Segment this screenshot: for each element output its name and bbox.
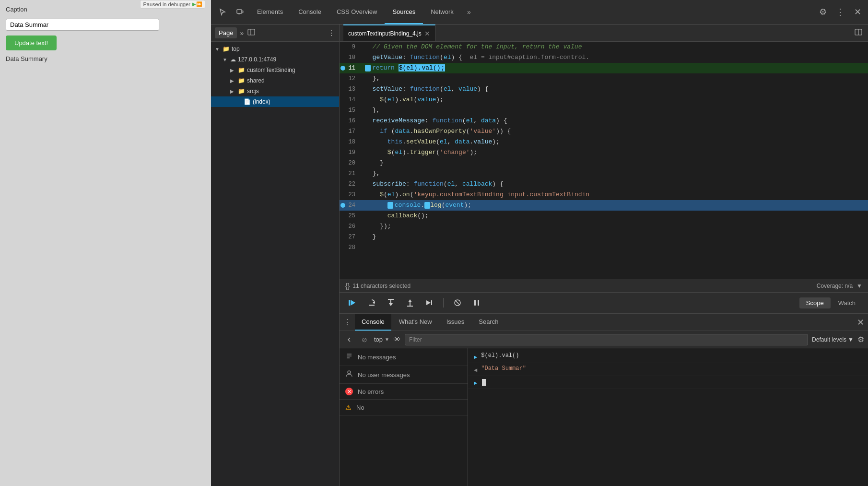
svg-rect-8 [349, 300, 350, 306]
step-out-btn[interactable] [403, 296, 417, 310]
code-line-22: 22 subscribe: function(el, callback) { [340, 179, 868, 190]
chevron-left-icon [345, 336, 353, 344]
kebab-menu-icon[interactable]: ⋮ [833, 5, 847, 19]
console-tab-search[interactable]: Search [472, 314, 505, 331]
sidebar-kebab-icon[interactable]: ⋮ [328, 28, 335, 37]
sidebar-more-icon[interactable]: » [240, 29, 244, 37]
live-expressions-icon[interactable]: 👁 [393, 335, 401, 344]
devtools-main: Page » ⋮ ▼ 📁 top [211, 24, 868, 486]
step-over-btn[interactable] [364, 296, 379, 310]
page-tab-btn[interactable]: Page [215, 27, 237, 38]
line-num-24: 24 [340, 200, 361, 211]
code-line-20: 20 } [340, 158, 868, 168]
console-tab-whats-new[interactable]: What's New [392, 314, 439, 331]
settings-icon[interactable]: ⚙ [816, 5, 830, 19]
svg-rect-3 [248, 29, 255, 35]
editor-tab-close-icon[interactable]: ✕ [424, 30, 430, 37]
code-editor[interactable]: 9 // Given the DOM element for the input… [340, 42, 868, 279]
caption-label: Caption [6, 6, 27, 13]
devtools-tabs: Elements Console CSS Overview Sources Ne… [249, 0, 814, 24]
console-output[interactable]: ▶ $(el).val() ◀ "Data Summar" ▶ [468, 348, 868, 486]
line-num-16: 16 [340, 116, 361, 126]
tree-item-server[interactable]: ▼ ☁ 127.0.0.1:4749 [211, 54, 339, 65]
device-icon-btn[interactable] [232, 4, 247, 20]
folder-icon-shared: 📁 [238, 77, 245, 84]
context-selector[interactable]: top ▼ [374, 336, 389, 343]
console-close-icon[interactable]: ✕ [857, 317, 864, 328]
tree-item-srcjs[interactable]: ▶ 📁 srcjs [211, 86, 339, 96]
tab-network[interactable]: Network [423, 0, 461, 24]
paused-badge: Paused in debugger ▶⏩ [140, 0, 205, 9]
tree-item-index[interactable]: ▶ 📄 (index) [211, 96, 339, 107]
update-text-button[interactable]: Update text! [6, 36, 57, 50]
deactivate-breakpoints-btn[interactable] [450, 296, 465, 310]
watch-tab-btn[interactable]: Watch [832, 297, 862, 308]
tree-label-custom: customTextBinding [247, 67, 295, 73]
tree-item-custom[interactable]: ▶ 📁 customTextBinding [211, 65, 339, 75]
tree-item-top[interactable]: ▼ 📁 top [211, 44, 339, 54]
caption-input[interactable] [6, 19, 159, 31]
line-content-9: // Given the DOM element for the input, … [361, 42, 868, 52]
pause-on-exceptions-btn[interactable] [469, 296, 484, 310]
context-value: top [374, 336, 383, 343]
step-icon [425, 298, 434, 307]
no-user-messages-item: No user messages [340, 366, 468, 384]
line-content-21: }, [361, 168, 868, 179]
console-tab-issues[interactable]: Issues [440, 314, 471, 331]
levels-dropdown-icon: ▼ [848, 336, 854, 343]
scroll-to-end-icon[interactable]: ▼ [856, 283, 862, 289]
line-content-24: console.log(event); [361, 200, 868, 211]
split-panel-icon [855, 28, 862, 36]
more-tabs-btn[interactable]: » [461, 4, 477, 20]
tree-item-shared[interactable]: ▶ 📁 shared [211, 75, 339, 86]
line-content-18: this.setValue(el, data.value); [361, 137, 868, 147]
resume-btn[interactable] [345, 296, 360, 310]
tree-label-server: 127.0.0.1:4749 [238, 56, 276, 63]
line-content-15: }, [361, 105, 868, 116]
filter-input[interactable] [405, 334, 808, 345]
tab-sources[interactable]: Sources [385, 0, 423, 24]
line-num-13: 13 [340, 84, 361, 95]
code-line-21: 21 }, [340, 168, 868, 179]
bottom-area: ⋮ Console What's New Issues Search ✕ [340, 313, 868, 486]
code-line-19: 19 $(el).trigger('change'); [340, 147, 868, 158]
code-line-28: 28 [340, 242, 868, 253]
no-warnings-item: ⚠ No [340, 400, 468, 415]
log-levels-select[interactable]: Default levels ▼ [812, 336, 854, 343]
block-icon[interactable]: ⊘ [359, 334, 370, 345]
close-devtools-icon[interactable]: ✕ [851, 5, 864, 19]
debug-separator-1 [443, 298, 444, 308]
back-to-top-icon[interactable] [343, 334, 355, 345]
line-content-27: } [361, 232, 868, 242]
step-out-icon [406, 298, 414, 307]
cursor-icon-btn[interactable] [215, 4, 230, 20]
sidebar-panel-icon[interactable] [247, 28, 255, 38]
console-kebab-icon[interactable]: ⋮ [343, 318, 351, 327]
console-input-line[interactable]: ▶ [468, 376, 868, 389]
step-into-btn[interactable] [384, 296, 398, 310]
left-panel: Caption Paused in debugger ▶⏩ Update tex… [0, 0, 211, 486]
tab-css-overview[interactable]: CSS Overview [329, 0, 385, 24]
console-messages-panel: No messages No user messages [340, 348, 468, 486]
console-settings-icon[interactable]: ⚙ [857, 335, 864, 344]
line-num-17: 17 [340, 126, 361, 137]
line-content-13: setValue: function(el, value) { [361, 84, 868, 95]
svg-rect-1 [242, 11, 243, 13]
context-dropdown-icon[interactable]: ▼ [385, 337, 389, 342]
pause-icon [472, 298, 481, 307]
tab-console[interactable]: Console [291, 0, 329, 24]
panel-split-btn[interactable] [853, 26, 864, 40]
step-btn[interactable] [422, 296, 436, 310]
scope-tab-btn[interactable]: Scope [799, 297, 831, 308]
console-tab-console[interactable]: Console [355, 314, 391, 331]
code-line-12: 12 }, [340, 73, 868, 84]
tab-elements[interactable]: Elements [249, 0, 291, 24]
code-line-17: 17 if (data.hasOwnProperty('value')) { [340, 126, 868, 137]
no-messages-item: No messages [340, 348, 468, 366]
step-into-icon [387, 298, 395, 307]
editor-tab-file[interactable]: customTextInputBinding_4.js ✕ [343, 24, 435, 41]
tree-label-index: (index) [253, 98, 270, 105]
line-num-19: 19 [340, 147, 361, 158]
breakpoint-24 [340, 203, 345, 208]
tree-label-top: top [232, 46, 240, 52]
